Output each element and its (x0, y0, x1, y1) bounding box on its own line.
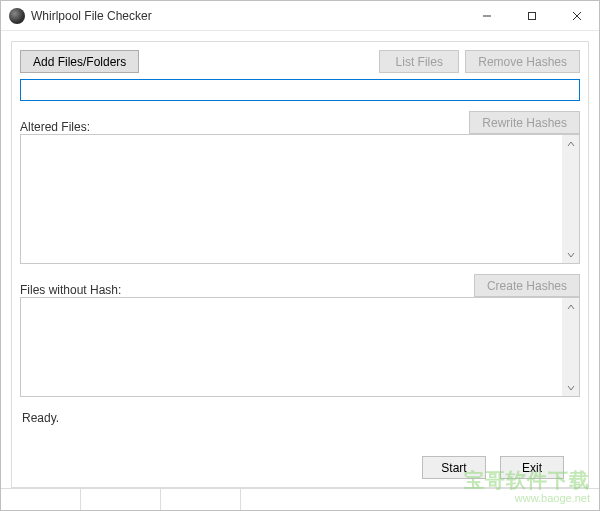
nohash-scrollbar[interactable] (562, 298, 579, 396)
altered-scrollbar[interactable] (562, 135, 579, 263)
remove-hashes-button[interactable]: Remove Hashes (465, 50, 580, 73)
status-segment (81, 489, 161, 510)
titlebar: Whirlpool File Checker (1, 1, 599, 31)
create-hashes-button[interactable]: Create Hashes (474, 274, 580, 297)
window-title: Whirlpool File Checker (31, 9, 464, 23)
start-button[interactable]: Start (422, 456, 486, 479)
nohash-header: Files without Hash: Create Hashes (20, 274, 580, 297)
scroll-down-icon[interactable] (562, 246, 579, 263)
altered-header: Altered Files: Rewrite Hashes (20, 111, 580, 134)
list-files-button[interactable]: List Files (379, 50, 459, 73)
path-input[interactable] (20, 79, 580, 101)
status-segment (161, 489, 241, 510)
scroll-up-icon[interactable] (562, 135, 579, 152)
toolbar-row: Add Files/Folders List Files Remove Hash… (20, 50, 580, 73)
status-bar (1, 488, 599, 510)
rewrite-hashes-button[interactable]: Rewrite Hashes (469, 111, 580, 134)
bottom-buttons: Start Exit (422, 456, 564, 479)
maximize-button[interactable] (509, 2, 554, 30)
status-text: Ready. (20, 407, 580, 431)
scroll-down-icon[interactable] (562, 379, 579, 396)
files-without-hash-label: Files without Hash: (20, 283, 468, 297)
exit-button[interactable]: Exit (500, 456, 564, 479)
files-without-hash-list[interactable] (20, 297, 580, 397)
client-area: Add Files/Folders List Files Remove Hash… (1, 31, 599, 488)
status-segment (1, 489, 81, 510)
svg-rect-1 (528, 12, 535, 19)
main-panel: Add Files/Folders List Files Remove Hash… (11, 41, 589, 488)
minimize-button[interactable] (464, 2, 509, 30)
app-icon (9, 8, 25, 24)
app-window: Whirlpool File Checker Add Files/Folders… (0, 0, 600, 511)
scroll-track[interactable] (562, 315, 579, 379)
add-files-button[interactable]: Add Files/Folders (20, 50, 139, 73)
altered-files-list[interactable] (20, 134, 580, 264)
close-button[interactable] (554, 2, 599, 30)
scroll-track[interactable] (562, 152, 579, 246)
scroll-up-icon[interactable] (562, 298, 579, 315)
altered-files-label: Altered Files: (20, 120, 463, 134)
